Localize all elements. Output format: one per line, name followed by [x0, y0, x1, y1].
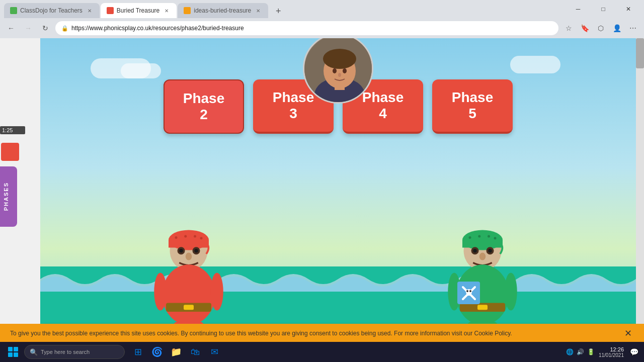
star-icon[interactable]: ☆ [561, 21, 576, 35]
tabs-container: ClassDojo for Teachers ✕ Buried Treasure… [4, 0, 285, 18]
svg-point-7 [338, 73, 341, 77]
search-icon: 🔍 [30, 348, 38, 356]
minimize-button[interactable]: ─ [567, 2, 590, 16]
phase2-button[interactable]: Phase 2 [164, 79, 244, 134]
taskbar-search[interactable]: 🔍 Type here to search [24, 345, 125, 359]
clock-time: 12:26 [610, 346, 624, 352]
clock-date: 11/01/2021 [599, 352, 624, 358]
scrollbar-thumb[interactable] [636, 38, 644, 68]
svg-point-40 [479, 253, 486, 260]
start-button[interactable] [4, 344, 22, 360]
cookie-close-button[interactable]: ✕ [622, 327, 634, 339]
phase5-button[interactable]: Phase 5 [432, 79, 513, 134]
svg-point-12 [184, 235, 187, 238]
tab-close-button[interactable]: ✕ [86, 7, 94, 15]
tab-ideas[interactable]: ideas-buried-treasure ✕ [178, 3, 268, 18]
ocean [40, 266, 636, 327]
store-app[interactable]: 🛍 [186, 343, 204, 361]
timer-display: 1:25 [0, 126, 25, 134]
file-explorer-app[interactable]: 📁 [167, 343, 185, 361]
svg-rect-43 [477, 305, 488, 310]
forward-button[interactable]: → [21, 21, 35, 35]
cloud-2 [121, 63, 161, 78]
main-container: 1:25 PHASES [0, 38, 644, 362]
back-button[interactable]: ← [4, 21, 18, 35]
tab-favicon [10, 7, 17, 14]
treasure-map-svg [459, 283, 479, 303]
tab-close-button[interactable]: ✕ [163, 7, 171, 15]
win-logo-cell [8, 347, 13, 351]
game-area: Phase 2 Phase 3 Phase 4 Phase 5 [40, 38, 636, 362]
window-controls: ─ □ ✕ [567, 2, 640, 16]
profile-icon[interactable]: 👤 [610, 21, 624, 35]
win-logo-cell [14, 352, 18, 357]
svg-point-35 [494, 237, 497, 239]
tab-favicon [184, 7, 191, 14]
cookie-banner: To give you the best possible experience… [0, 324, 644, 343]
more-icon[interactable]: ⋯ [626, 21, 640, 35]
svg-point-27 [154, 273, 167, 311]
tab-title: ClassDojo for Teachers [20, 7, 83, 14]
svg-point-19 [186, 253, 192, 260]
svg-point-49 [505, 273, 517, 311]
pirate-red [151, 229, 226, 329]
tab-classdojo[interactable]: ClassDojo for Teachers ✕ [4, 3, 100, 18]
title-bar: ClassDojo for Teachers ✕ Buried Treasure… [0, 0, 644, 18]
tab-favicon [107, 7, 114, 14]
stop-button[interactable] [1, 143, 19, 161]
svg-rect-10 [169, 240, 209, 248]
svg-point-4 [323, 49, 356, 69]
svg-point-34 [488, 235, 490, 238]
lock-icon: 🔒 [61, 25, 68, 32]
address-bar[interactable]: 🔒 https://www.phonicsplay.co.uk/resource… [55, 21, 558, 35]
tab-title: Buried Treasure [117, 7, 159, 14]
taskbar-right: 🌐 🔊 🔋 12:26 11/01/2021 💬 [566, 346, 640, 358]
svg-rect-31 [462, 240, 503, 248]
svg-rect-54 [467, 294, 470, 296]
windows-logo [8, 347, 18, 357]
tab-buried-treasure[interactable]: Buried Treasure ✕ [101, 3, 177, 18]
pirate-green [445, 229, 520, 329]
notification-button[interactable]: 💬 [628, 346, 640, 358]
tab-title: ideas-buried-treasure [194, 7, 251, 14]
battery-icon[interactable]: 🔋 [587, 348, 595, 355]
tab-close-button[interactable]: ✕ [254, 7, 262, 15]
extensions-icon[interactable]: ⬡ [594, 21, 608, 35]
svg-point-38 [473, 249, 477, 253]
address-bar-row: ← → ↻ 🔒 https://www.phonicsplay.co.uk/re… [0, 18, 644, 38]
volume-icon[interactable]: 🔊 [577, 348, 584, 355]
task-view-button[interactable]: ⊞ [129, 343, 147, 361]
treasure-map [457, 282, 480, 304]
svg-point-33 [478, 235, 480, 238]
taskbar: 🔍 Type here to search ⊞ 🌀 📁 🛍 ✉ 🌐 🔊 🔋 12… [0, 342, 644, 362]
svg-rect-22 [184, 305, 194, 310]
svg-point-32 [469, 236, 471, 239]
taskbar-search-placeholder: Type here to search [41, 349, 90, 355]
svg-point-39 [488, 249, 492, 253]
svg-point-6 [343, 68, 347, 73]
svg-point-28 [211, 273, 223, 311]
taskbar-clock: 12:26 11/01/2021 [599, 346, 624, 358]
system-tray: 🌐 🔊 🔋 [566, 348, 595, 355]
phases-side-button[interactable]: PHASES [0, 166, 17, 227]
cloud-3 [510, 56, 560, 73]
cookie-text: To give you the best possible experience… [10, 330, 617, 337]
win-logo-cell [8, 352, 13, 357]
right-scrollbar[interactable] [636, 38, 644, 362]
toolbar-icons: ☆ 🔖 ⬡ 👤 ⋯ [561, 21, 640, 35]
svg-point-17 [179, 249, 183, 253]
close-button[interactable]: ✕ [617, 2, 640, 16]
edge-app[interactable]: 🌀 [148, 343, 166, 361]
svg-point-14 [200, 237, 203, 239]
svg-point-52 [466, 290, 468, 292]
refresh-button[interactable]: ↻ [38, 21, 52, 35]
maximize-button[interactable]: □ [592, 2, 615, 16]
svg-point-53 [469, 290, 471, 292]
phases-side-label: PHASES [3, 182, 9, 211]
new-tab-button[interactable]: + [271, 4, 285, 18]
taskbar-apps: ⊞ 🌀 📁 🛍 ✉ [129, 343, 223, 361]
bookmark-icon[interactable]: 🔖 [578, 21, 592, 35]
network-icon[interactable]: 🌐 [566, 348, 574, 355]
waves-svg [40, 266, 636, 292]
mail-app[interactable]: ✉ [205, 343, 223, 361]
